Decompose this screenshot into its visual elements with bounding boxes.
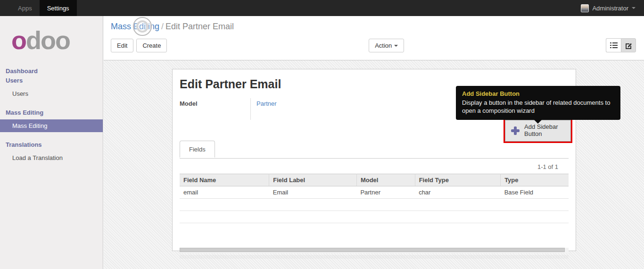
notebook-tabs: Fields <box>180 141 569 159</box>
control-panel: Mass Editing/Edit Partner Email Edit Cre… <box>104 16 644 60</box>
top-menu-settings[interactable]: Settings <box>40 0 77 16</box>
top-bar: Apps Settings Administrator <box>0 0 644 16</box>
column-header-field-label[interactable]: Field Label <box>269 174 357 186</box>
form-edit-icon <box>625 42 632 49</box>
tour-tooltip: Add Sidebar Button Display a button in t… <box>456 86 620 120</box>
empty-table-row <box>180 223 569 235</box>
tooltip-arrow <box>534 119 542 124</box>
sidebar-item-users[interactable]: Users <box>0 87 103 100</box>
empty-table-row <box>180 199 569 211</box>
control-panel-buttons: Edit Create Action <box>111 38 636 52</box>
model-field-label: Model <box>180 98 250 107</box>
sidebar-item-mass-editing[interactable]: Mass Editing <box>0 119 103 132</box>
sidebar-item-load-translation[interactable]: Load a Translation <box>0 151 103 164</box>
cell-field-label: Email <box>269 186 357 199</box>
top-menu-apps[interactable]: Apps <box>10 0 40 16</box>
sidebar-header-users: Users <box>0 77 103 86</box>
list-icon <box>610 42 618 49</box>
cell-type: Base Field <box>501 186 569 199</box>
caret-down-icon <box>394 45 398 47</box>
cell-field-type: char <box>415 186 501 199</box>
table-header-row: Field Name Field Label Model Field Type … <box>180 174 569 186</box>
tooltip-body: Display a button in the sidebar of relat… <box>462 99 614 115</box>
topbar-spacer <box>77 0 573 16</box>
cell-model: Partner <box>356 186 415 199</box>
cell-field-name: email <box>180 186 269 199</box>
odoo-logo: odoo <box>11 27 103 53</box>
plus-icon <box>511 126 520 135</box>
sidebar-header-translations: Translations <box>0 139 103 151</box>
sidebar-header-dashboard: Dashboard <box>0 65 103 77</box>
action-dropdown-button[interactable]: Action <box>369 39 404 52</box>
user-menu[interactable]: Administrator <box>572 0 644 16</box>
empty-table-row <box>180 211 569 223</box>
sidebar: odoo Dashboard Users Users Mass Editing … <box>0 16 103 269</box>
column-header-type[interactable]: Type <box>501 174 569 186</box>
column-header-field-name[interactable]: Field Name <box>180 174 269 186</box>
loading-spinner-icon <box>133 17 152 36</box>
logo-rest: doo <box>26 26 70 54</box>
form-view-button[interactable] <box>621 38 636 52</box>
caret-down-icon <box>632 7 636 9</box>
breadcrumb-current: Edit Partner Email <box>165 22 234 31</box>
fields-table: Field Name Field Label Model Field Type … <box>180 174 569 235</box>
add-sidebar-button-label: Add Sidebar Button <box>524 124 564 138</box>
horizontal-scrollbar[interactable] <box>180 248 569 253</box>
top-menu: Apps Settings <box>0 0 77 16</box>
view-switcher <box>606 38 636 52</box>
user-avatar <box>581 4 589 12</box>
tooltip-title: Add Sidebar Button <box>462 90 614 97</box>
sidebar-header-mass-editing: Mass Editing <box>0 107 103 118</box>
divider <box>180 258 569 258</box>
logo-first-letter: o <box>11 26 26 54</box>
sidebar-gap <box>0 101 103 107</box>
divider <box>180 256 569 256</box>
table-row[interactable]: email Email Partner char Base Field <box>180 186 569 199</box>
list-view-button[interactable] <box>606 38 621 52</box>
create-button[interactable]: Create <box>136 39 167 52</box>
model-field-value[interactable]: Partner <box>251 98 277 107</box>
pager: 1-1 of 1 <box>180 163 558 170</box>
user-name: Administrator <box>592 5 628 12</box>
breadcrumb: Mass Editing/Edit Partner Email <box>111 22 636 32</box>
control-panel-center: Action <box>167 39 606 52</box>
edit-button[interactable]: Edit <box>111 39 133 52</box>
column-header-field-type[interactable]: Field Type <box>415 174 501 186</box>
breadcrumb-separator: / <box>159 22 165 31</box>
column-header-model[interactable]: Model <box>356 174 415 186</box>
main-area: Mass Editing/Edit Partner Email Edit Cre… <box>104 16 644 269</box>
scrollbar-thumb[interactable] <box>180 248 565 252</box>
tab-fields[interactable]: Fields <box>180 141 215 158</box>
action-label: Action <box>375 42 392 49</box>
sidebar-gap <box>0 133 103 139</box>
